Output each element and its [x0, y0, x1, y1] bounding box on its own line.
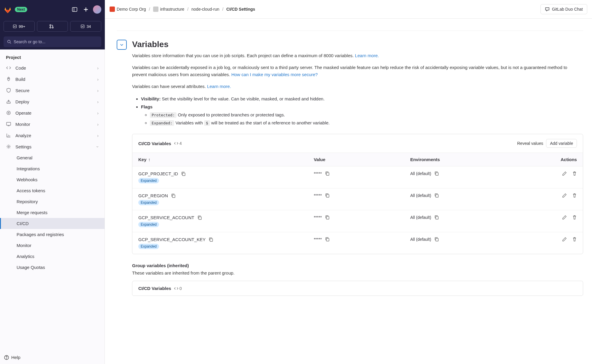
crumb-group[interactable]: infrastructure [153, 7, 185, 12]
settings-packages[interactable]: Packages and registries [0, 229, 105, 240]
copy-key-button[interactable] [181, 171, 186, 176]
settings-access-tokens[interactable]: Access tokens [0, 185, 105, 196]
svg-rect-22 [436, 173, 438, 175]
card-count: 0 [174, 286, 182, 291]
sidebar-header: Next [0, 0, 105, 19]
settings-monitor[interactable]: Monitor [0, 240, 105, 251]
chevron-right-icon: › [97, 88, 99, 93]
duo-chat-button[interactable]: GitLab Duo Chat [540, 4, 587, 14]
copy-key-button[interactable] [208, 237, 213, 242]
issues-button[interactable]: 34 [70, 21, 101, 32]
col-env[interactable]: Environments [410, 157, 524, 162]
edit-button[interactable] [562, 215, 567, 220]
svg-rect-31 [436, 238, 438, 241]
breadcrumb-bar: Demo Corp Org / infrastructure / node-cl… [105, 0, 592, 19]
svg-point-17 [8, 146, 9, 147]
svg-rect-15 [7, 122, 11, 125]
settings-integrations[interactable]: Integrations [0, 163, 105, 174]
settings-analytics[interactable]: Analytics [0, 251, 105, 262]
cicd-variables-card: CI/CD Variables 4 Reveal values Add vari… [132, 134, 583, 254]
sidebar-item-deploy[interactable]: Deploy › [0, 96, 105, 107]
group-variables-card: CI/CD Variables 0 [132, 281, 583, 296]
gear-icon [6, 144, 11, 149]
learn-more-link-2[interactable]: Learn more. [207, 84, 231, 89]
settings-usage-quotas[interactable]: Usage Quotas [0, 262, 105, 273]
rocket-icon [6, 76, 11, 82]
sidebar-collapse-icon[interactable] [70, 5, 79, 14]
table-header: Key ↑ Value Environments Actions [132, 153, 583, 166]
settings-general[interactable]: General [0, 152, 105, 163]
delete-button[interactable] [572, 171, 577, 176]
intro-text: Variables store information that you can… [132, 52, 583, 59]
search-input[interactable]: Search or go to... [4, 36, 101, 47]
sidebar-item-analyze[interactable]: Analyze › [0, 130, 105, 141]
reveal-values-button[interactable]: Reveal values [517, 141, 543, 146]
sidebar-item-code[interactable]: Code › [0, 62, 105, 73]
issues-count: 34 [86, 24, 91, 29]
copy-value-button[interactable] [325, 193, 330, 198]
copy-env-button[interactable] [434, 215, 439, 220]
col-value[interactable]: Value [314, 157, 410, 162]
copy-key-button[interactable] [171, 193, 176, 198]
delete-button[interactable] [572, 193, 577, 198]
copy-value-button[interactable] [325, 171, 330, 176]
help-link[interactable]: Help [4, 355, 20, 360]
sidebar-item-build[interactable]: Build › [0, 73, 105, 85]
svg-point-14 [8, 112, 9, 113]
col-key[interactable]: Key ↑ [138, 157, 314, 162]
plus-icon[interactable] [82, 5, 90, 14]
copy-env-button[interactable] [434, 237, 439, 242]
table-row: GCP_REGIONExpanded*****All (default) [132, 188, 583, 210]
settings-webhooks[interactable]: Webhooks [0, 174, 105, 185]
svg-rect-20 [182, 173, 185, 176]
chart-icon [6, 133, 11, 138]
crumb-page: CI/CD Settings [226, 7, 255, 12]
help-icon [4, 355, 9, 360]
var-env: All (default) [410, 193, 431, 198]
search-row: Search or go to... [0, 34, 105, 49]
expanded-badge: Expanded [138, 222, 159, 227]
secure-link[interactable]: How can I make my variables more secure? [231, 72, 318, 77]
group-variables-title: Group variables (inherited) [132, 263, 583, 268]
edit-button[interactable] [562, 193, 567, 198]
col-actions: Actions [524, 157, 577, 162]
merge-requests-button[interactable] [37, 21, 68, 32]
svg-rect-0 [72, 7, 77, 12]
sidebar-item-settings[interactable]: Settings › [0, 141, 105, 152]
svg-point-6 [50, 27, 51, 28]
copy-env-button[interactable] [434, 193, 439, 198]
copy-value-button[interactable] [325, 215, 330, 220]
delete-button[interactable] [572, 237, 577, 242]
chat-icon [545, 7, 550, 12]
crumb-org[interactable]: Demo Corp Org [110, 7, 146, 12]
settings-repository[interactable]: Repository [0, 196, 105, 207]
gitlab-logo-icon[interactable] [4, 5, 12, 14]
card-count: 4 [174, 141, 182, 146]
learn-more-link[interactable]: Learn more. [355, 53, 379, 58]
svg-rect-27 [326, 217, 329, 219]
edit-button[interactable] [562, 237, 567, 242]
sidebar-item-monitor[interactable]: Monitor › [0, 118, 105, 130]
svg-rect-28 [436, 217, 438, 219]
settings-merge-requests[interactable]: Merge requests [0, 207, 105, 218]
svg-rect-29 [210, 239, 213, 241]
copy-value-button[interactable] [325, 237, 330, 242]
add-variable-button[interactable]: Add variable [546, 139, 577, 148]
sidebar-item-secure[interactable]: Secure › [0, 85, 105, 96]
edit-button[interactable] [562, 171, 567, 176]
collapse-section-button[interactable] [117, 40, 127, 50]
user-avatar[interactable] [93, 5, 101, 14]
delete-button[interactable] [572, 215, 577, 220]
sidebar: Project Code › Build › Secure › Deploy ›… [0, 49, 105, 364]
operate-icon [6, 110, 11, 116]
copy-key-button[interactable] [197, 215, 202, 220]
crumb-project[interactable]: node-cloud-run [191, 7, 219, 12]
next-badge[interactable]: Next [15, 7, 27, 12]
todos-button[interactable]: 99+ [4, 21, 35, 32]
sidebar-item-operate[interactable]: Operate › [0, 107, 105, 118]
table-row: GCP_SERVICE_ACCOUNT_KEYExpanded*****All … [132, 232, 583, 254]
chevron-right-icon: › [97, 65, 99, 70]
code-icon [174, 286, 178, 291]
copy-env-button[interactable] [434, 171, 439, 176]
settings-cicd[interactable]: CI/CD [0, 218, 105, 229]
